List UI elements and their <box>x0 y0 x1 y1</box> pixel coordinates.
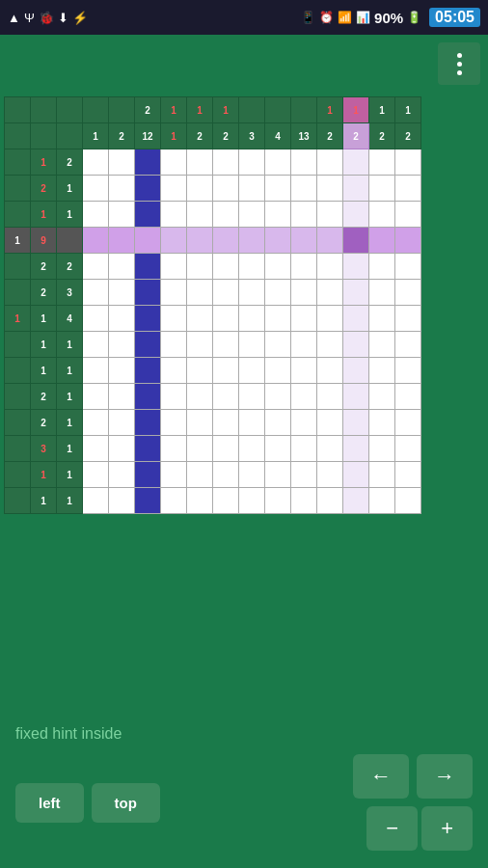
grid-cell[interactable] <box>291 462 317 488</box>
grid-cell[interactable] <box>187 306 213 332</box>
grid-cell[interactable] <box>213 332 239 358</box>
grid-cell[interactable] <box>265 332 291 358</box>
grid-cell[interactable] <box>187 149 213 176</box>
grid-cell[interactable] <box>395 254 421 280</box>
grid-cell[interactable] <box>161 228 187 254</box>
grid-cell[interactable] <box>187 488 213 514</box>
grid-cell[interactable] <box>265 202 291 228</box>
grid-cell[interactable] <box>239 254 265 280</box>
grid-cell[interactable] <box>135 410 161 436</box>
grid-cell[interactable] <box>213 462 239 488</box>
grid-cell[interactable] <box>187 228 213 254</box>
grid-cell[interactable] <box>83 332 109 358</box>
grid-cell[interactable] <box>161 358 187 384</box>
grid-cell[interactable] <box>265 254 291 280</box>
grid-cell[interactable] <box>317 149 343 176</box>
grid-cell[interactable] <box>161 254 187 280</box>
forward-arrow-button[interactable]: → <box>417 754 473 799</box>
grid-cell[interactable] <box>291 332 317 358</box>
grid-cell[interactable] <box>161 410 187 436</box>
grid-cell[interactable] <box>343 410 369 436</box>
grid-cell[interactable] <box>213 436 239 462</box>
grid-cell[interactable] <box>213 202 239 228</box>
grid-cell[interactable] <box>395 306 421 332</box>
grid-cell[interactable] <box>317 254 343 280</box>
grid-cell[interactable] <box>187 384 213 410</box>
grid-cell[interactable] <box>187 358 213 384</box>
grid-cell[interactable] <box>83 176 109 202</box>
grid-cell[interactable] <box>135 254 161 280</box>
grid-cell[interactable] <box>187 280 213 306</box>
grid-cell[interactable] <box>213 306 239 332</box>
grid-cell[interactable] <box>265 384 291 410</box>
grid-cell[interactable] <box>291 436 317 462</box>
grid-cell[interactable] <box>317 358 343 384</box>
top-button[interactable]: top <box>92 783 160 823</box>
grid-cell[interactable] <box>213 254 239 280</box>
grid-cell[interactable] <box>291 228 317 254</box>
grid-cell[interactable] <box>239 332 265 358</box>
grid-cell[interactable] <box>83 228 109 254</box>
grid-cell[interactable] <box>239 358 265 384</box>
grid-cell[interactable] <box>369 228 395 254</box>
grid-cell[interactable] <box>83 202 109 228</box>
grid-cell[interactable] <box>187 410 213 436</box>
grid-cell[interactable] <box>187 436 213 462</box>
grid-cell[interactable] <box>317 228 343 254</box>
grid-cell[interactable] <box>109 176 135 202</box>
grid-cell[interactable] <box>161 176 187 202</box>
grid-cell[interactable] <box>83 410 109 436</box>
grid-cell[interactable] <box>239 436 265 462</box>
grid-cell[interactable] <box>161 149 187 176</box>
grid-cell[interactable] <box>135 462 161 488</box>
grid-cell[interactable] <box>161 332 187 358</box>
grid-cell[interactable] <box>135 332 161 358</box>
grid-cell[interactable] <box>291 202 317 228</box>
grid-cell[interactable] <box>291 280 317 306</box>
grid-cell[interactable] <box>135 436 161 462</box>
nonogram-grid[interactable]: 2 1 1 1 1 1 1 1 1 2 12 1 2 <box>4 96 421 514</box>
zoom-in-button[interactable]: + <box>421 806 473 851</box>
grid-cell[interactable] <box>109 462 135 488</box>
grid-cell[interactable] <box>291 410 317 436</box>
grid-cell[interactable] <box>109 332 135 358</box>
grid-cell[interactable] <box>343 384 369 410</box>
grid-cell[interactable] <box>395 384 421 410</box>
grid-cell[interactable] <box>135 176 161 202</box>
grid-cell[interactable] <box>161 280 187 306</box>
grid-cell[interactable] <box>239 488 265 514</box>
grid-cell[interactable] <box>109 202 135 228</box>
grid-cell[interactable] <box>109 149 135 176</box>
grid-cell[interactable] <box>135 384 161 410</box>
grid-cell[interactable] <box>317 462 343 488</box>
menu-button[interactable] <box>438 42 480 85</box>
grid-cell[interactable] <box>369 332 395 358</box>
grid-cell[interactable] <box>343 176 369 202</box>
grid-cell[interactable] <box>317 488 343 514</box>
grid-cell[interactable] <box>265 280 291 306</box>
grid-cell[interactable] <box>187 462 213 488</box>
grid-cell[interactable] <box>83 436 109 462</box>
grid-cell[interactable] <box>291 384 317 410</box>
grid-cell[interactable] <box>291 306 317 332</box>
grid-cell[interactable] <box>369 306 395 332</box>
grid-cell[interactable] <box>213 176 239 202</box>
grid-cell[interactable] <box>109 436 135 462</box>
grid-cell[interactable] <box>135 306 161 332</box>
grid-cell[interactable] <box>239 462 265 488</box>
grid-cell[interactable] <box>109 410 135 436</box>
grid-cell[interactable] <box>135 228 161 254</box>
grid-cell[interactable] <box>109 280 135 306</box>
grid-cell[interactable] <box>369 436 395 462</box>
grid-cell[interactable] <box>395 332 421 358</box>
grid-cell[interactable] <box>395 462 421 488</box>
grid-cell[interactable] <box>161 462 187 488</box>
grid-cell[interactable] <box>369 280 395 306</box>
grid-cell[interactable] <box>265 488 291 514</box>
grid-cell[interactable] <box>265 149 291 176</box>
grid-cell[interactable] <box>265 358 291 384</box>
grid-cell[interactable] <box>239 280 265 306</box>
grid-cell[interactable] <box>109 384 135 410</box>
grid-cell[interactable] <box>109 358 135 384</box>
grid-cell[interactable] <box>83 149 109 176</box>
